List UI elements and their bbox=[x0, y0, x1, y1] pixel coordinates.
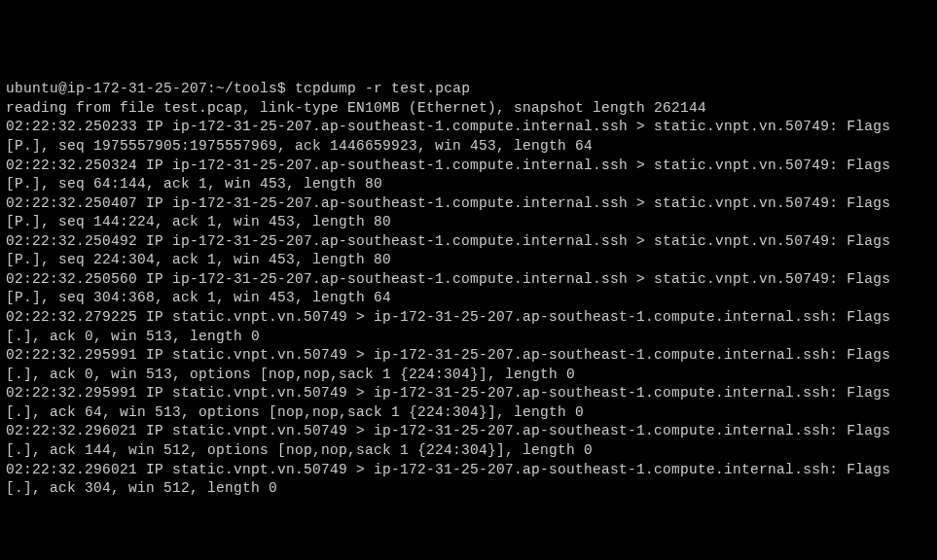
prompt-colon: : bbox=[207, 81, 216, 96]
output-line: 02:22:32.295991 IP static.vnpt.vn.50749 … bbox=[6, 347, 899, 382]
output-line: 02:22:32.250233 IP ip-172-31-25-207.ap-s… bbox=[6, 119, 899, 154]
prompt-path: ~/tools bbox=[216, 81, 277, 96]
output-line: 02:22:32.250407 IP ip-172-31-25-207.ap-s… bbox=[6, 195, 899, 230]
output-line: 02:22:32.250492 IP ip-172-31-25-207.ap-s… bbox=[6, 233, 899, 268]
output-line: reading from file test.pcap, link-type E… bbox=[6, 100, 706, 116]
prompt-separator: $ bbox=[277, 81, 286, 96]
output-line: 02:22:32.295991 IP static.vnpt.vn.50749 … bbox=[6, 385, 899, 420]
prompt-user-host: ubuntu@ip-172-31-25-207 bbox=[6, 81, 207, 96]
command-text: tcpdump -r test.pcap bbox=[295, 81, 470, 96]
output-line: 02:22:32.296021 IP static.vnpt.vn.50749 … bbox=[6, 462, 899, 497]
output-line: 02:22:32.250324 IP ip-172-31-25-207.ap-s… bbox=[6, 158, 899, 192]
output-line: 02:22:32.250560 IP ip-172-31-25-207.ap-s… bbox=[6, 271, 899, 306]
output-line: 02:22:32.279225 IP static.vnpt.vn.50749 … bbox=[6, 309, 899, 344]
terminal-window[interactable]: ubuntu@ip-172-31-25-207:~/tools$ tcpdump… bbox=[6, 80, 931, 498]
output-line: 02:22:32.296021 IP static.vnpt.vn.50749 … bbox=[6, 423, 899, 458]
